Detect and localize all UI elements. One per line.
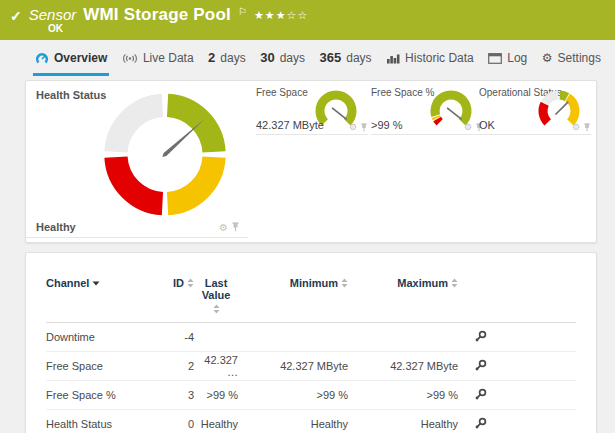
edit-channel-wrench-icon[interactable] [474, 417, 487, 430]
tab-2-days[interactable]: 2 days [206, 48, 248, 76]
health-status-footer: Healthy ⚙ [26, 217, 248, 238]
health-status-gauge [94, 92, 236, 217]
channels-table: Channel ID Last Value Minimum [26, 253, 596, 433]
channel-last-value: >99 % [194, 389, 238, 401]
tab-overview[interactable]: Overview [33, 49, 109, 76]
channel-minimum: 42.327 MByte [238, 360, 348, 372]
channel-minimum: Healthy [238, 418, 348, 430]
free-space-pct-value: >99 % [371, 119, 403, 131]
pin-icon[interactable] [583, 123, 591, 132]
channel-name[interactable]: Downtime [46, 331, 146, 343]
gauge-needle [162, 119, 205, 157]
channel-id: 2 [146, 360, 194, 372]
sort-arrows-icon [187, 278, 194, 288]
channel-maximum: >99 % [348, 389, 458, 401]
column-header-id[interactable]: ID [146, 277, 194, 289]
channel-last-value: Healthy [194, 418, 238, 430]
tab-label: days [280, 51, 305, 65]
channel-id: -4 [146, 331, 194, 343]
edit-channel-wrench-icon[interactable] [474, 359, 487, 372]
gauge-settings-gear-icon[interactable]: ⚙ [219, 222, 228, 233]
column-header-last-value[interactable]: Last Value [194, 277, 238, 314]
channel-name[interactable]: Free Space [46, 360, 146, 372]
tab-label: Settings [558, 51, 601, 65]
tab-historic-data[interactable]: Historic Data [384, 49, 476, 76]
channel-name[interactable]: Free Space % [46, 389, 146, 401]
gauge-needle [556, 102, 569, 115]
status-check-icon: ✓ [10, 8, 22, 24]
page-title: WMI Storage Pool [83, 5, 231, 25]
channel-id: 0 [146, 418, 194, 430]
channel-maximum: 42.327 MByte [348, 360, 458, 372]
gauge-needle [447, 108, 462, 119]
health-status-value: Healthy [36, 221, 76, 233]
channel-last-value: 42.327 … [194, 354, 238, 378]
table-row[interactable]: Free Space 2 42.327 … 42.327 MByte 42.32… [46, 352, 576, 381]
channel-maximum: Healthy [348, 418, 458, 430]
free-space-value: 42.327 MByte [256, 119, 324, 131]
gauge-settings-gear-icon[interactable]: ⚙ [464, 122, 472, 132]
column-header-channel[interactable]: Channel [46, 277, 146, 289]
free-space-pct-gauge-block: Free Space % >99 % ⚙ [371, 87, 483, 135]
gear-icon: ⚙ [542, 51, 553, 65]
object-kind-label: Sensor [29, 6, 77, 23]
sort-caret-icon [92, 281, 100, 286]
tab-label: Log [507, 51, 527, 65]
free-space-pct-title: Free Space % [371, 87, 434, 98]
sort-arrows-icon [213, 304, 220, 314]
table-header-row: Channel ID Last Value Minimum [46, 253, 576, 323]
sort-arrows-icon [341, 278, 348, 288]
channel-id: 3 [146, 389, 194, 401]
operational-status-gauge-block: Operational Status OK ⚙ [479, 87, 591, 135]
gauge-needle [332, 108, 347, 119]
priority-stars[interactable]: ★★★☆☆ [254, 9, 308, 22]
table-row[interactable]: Downtime -4 [46, 323, 576, 352]
tab-label: Overview [54, 51, 107, 65]
tab-30-days[interactable]: 30 days [258, 48, 307, 76]
status-badge: OK [48, 23, 605, 34]
gauge-settings-gear-icon[interactable]: ⚙ [349, 122, 357, 132]
column-header-maximum[interactable]: Maximum [348, 277, 458, 289]
flag-icon[interactable]: ⚐ [238, 6, 247, 17]
channel-name[interactable]: Health Status [46, 418, 146, 430]
tab-settings[interactable]: ⚙ Settings [540, 49, 603, 76]
tab-log[interactable]: Log [486, 49, 529, 76]
column-header-minimum[interactable]: Minimum [238, 277, 348, 289]
tab-label: Live Data [143, 51, 194, 65]
channels-table-panel: Channel ID Last Value Minimum [25, 252, 597, 433]
sensor-header: ✓ Sensor WMI Storage Pool ⚐ ★★★☆☆ OK [0, 0, 615, 40]
edit-channel-wrench-icon[interactable] [474, 330, 487, 343]
table-row[interactable]: Free Space % 3 >99 % >99 % >99 % [46, 381, 576, 410]
free-space-gauge-block: Free Space 42.327 MByte ⚙ [256, 87, 368, 135]
tab-live-data[interactable]: Live Data [120, 49, 196, 76]
overview-gauge-icon [35, 52, 49, 65]
tab-label: Historic Data [405, 51, 474, 65]
tab-bar: Overview Live Data 2 days 30 days 365 da… [0, 40, 615, 76]
operational-status-value: OK [479, 119, 495, 131]
edit-channel-wrench-icon[interactable] [474, 388, 487, 401]
live-data-broadcast-icon [122, 53, 138, 64]
gauge-settings-gear-icon[interactable]: ⚙ [572, 122, 580, 132]
log-window-icon [488, 53, 502, 64]
overview-gauges-panel: Health Status Healthy ⚙ Free Space 42.32… [25, 80, 597, 243]
table-row[interactable]: Health Status 0 Healthy Healthy Healthy [46, 410, 576, 433]
tab-label: days [346, 51, 371, 65]
pin-icon[interactable] [231, 222, 240, 232]
sort-arrows-icon [451, 278, 458, 288]
bar-chart-icon [386, 53, 400, 64]
pin-icon[interactable] [360, 123, 368, 132]
tab-label: days [220, 51, 245, 65]
channel-minimum: >99 % [238, 389, 348, 401]
free-space-title: Free Space [256, 87, 308, 98]
tab-365-days[interactable]: 365 days [318, 48, 374, 76]
